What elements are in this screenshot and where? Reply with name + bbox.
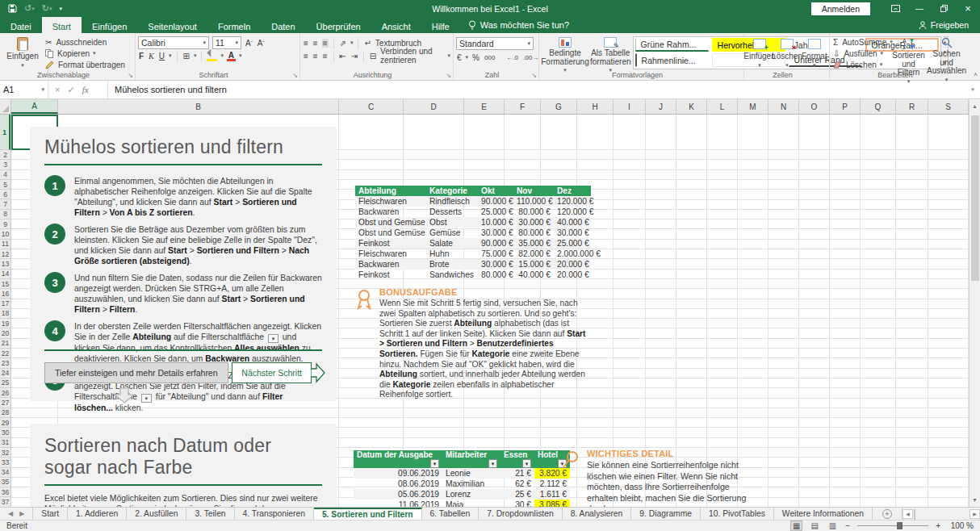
column-header-d[interactable]: D xyxy=(404,99,464,114)
column-header-k[interactable]: K xyxy=(676,99,707,114)
ribbon-tab-daten[interactable]: Daten xyxy=(261,17,305,33)
cell[interactable]: 30.000 € xyxy=(554,228,591,238)
row-header-13[interactable]: 13 xyxy=(0,259,10,269)
filter-button-icon[interactable]: ▼ xyxy=(488,459,497,468)
table-row[interactable]: 11.06.2019Maja30 €3.085 € xyxy=(354,500,570,507)
decrease-indent-icon[interactable]: ⇤ xyxy=(338,52,346,61)
sheet-nav-left-icon[interactable]: ◀ xyxy=(8,510,13,517)
select-all-corner[interactable] xyxy=(0,99,11,114)
sheet-tab-6-tabellen[interactable]: 6. Tabellen xyxy=(422,508,480,520)
column-header-q[interactable]: Q xyxy=(861,99,896,114)
cancel-icon[interactable]: × xyxy=(55,85,60,94)
scroll-up-icon[interactable]: ▲ xyxy=(970,99,980,113)
number-format-select[interactable]: Standard▾ xyxy=(456,37,534,50)
cell-style-chip[interactable]: Rahmenlinie... xyxy=(635,53,709,67)
cut-button[interactable]: ✂Ausschneiden xyxy=(44,37,125,47)
row-header-9[interactable]: 9 xyxy=(0,220,10,229)
merge-center-button[interactable]: Verbinden und zentrieren xyxy=(380,47,444,65)
cell[interactable]: 11.06.2019 xyxy=(354,500,442,507)
align-right-icon[interactable]: ≡ xyxy=(322,52,329,61)
sheet-tab-9-diagramme[interactable]: 9. Diagramme xyxy=(631,508,701,520)
paste-button[interactable]: Einfügen▾ xyxy=(2,36,43,69)
row-header-1[interactable]: 1 xyxy=(0,115,10,150)
cell[interactable]: Rindfleisch xyxy=(426,196,478,207)
cell[interactable]: Backwaren xyxy=(355,207,426,217)
cell[interactable]: 10.000 € xyxy=(478,217,513,228)
cell[interactable]: Leonie xyxy=(442,468,500,479)
sort-filter-button[interactable]: AZ Sortieren und Filtern▾ xyxy=(892,36,925,69)
cell[interactable]: 30 € xyxy=(500,500,534,507)
cell[interactable]: 40.000 € xyxy=(513,270,554,280)
sheet-nav-right-icon[interactable]: ▶ xyxy=(19,510,24,517)
column-header-f[interactable]: F xyxy=(505,99,541,114)
cell[interactable]: 25.000 € xyxy=(554,238,591,249)
column-header-e[interactable]: E xyxy=(464,99,505,114)
row-header-28[interactable]: 28 xyxy=(0,408,10,418)
filter-button-icon[interactable]: ▼ xyxy=(522,459,531,468)
row-header-22[interactable]: 22 xyxy=(0,349,10,358)
table-row[interactable]: FeinkostSalate90.000 €35.000 €25.000 € xyxy=(355,238,591,249)
cell[interactable]: 09.06.2019 xyxy=(354,468,442,479)
expand-formula-bar-icon[interactable]: ▾ xyxy=(965,81,980,98)
column-header-l[interactable]: L xyxy=(707,99,738,114)
bold-button[interactable]: F xyxy=(138,52,144,61)
cell[interactable]: Maja xyxy=(442,500,500,507)
cell[interactable]: 05.06.2019 xyxy=(354,489,442,500)
conditional-formatting-button[interactable]: Bedingte Formatierung▾ xyxy=(542,36,588,69)
cell-style-chip[interactable]: Grüne Rahm... xyxy=(635,38,709,52)
cell[interactable]: 80.000 € xyxy=(513,207,554,217)
underline-button[interactable]: U xyxy=(158,52,165,61)
borders-icon[interactable]: ⊞ xyxy=(182,52,191,61)
sheet-tab-8-analysieren[interactable]: 8. Analysieren xyxy=(563,508,632,520)
page-break-view-icon[interactable]: ▥ xyxy=(827,521,838,530)
sheet-tab-2-ausf-llen[interactable]: 2. Ausfüllen xyxy=(127,508,186,520)
align-left-icon[interactable]: ≡ xyxy=(303,52,309,61)
cell[interactable]: 120.000 € xyxy=(554,196,591,207)
zoom-slider-thumb[interactable] xyxy=(897,522,903,529)
cell[interactable]: 15.000 € xyxy=(513,259,554,270)
ribbon-tab-formeln[interactable]: Formeln xyxy=(207,17,261,33)
sheet-tab-7-dropdownlisten[interactable]: 7. Dropdownlisten xyxy=(479,508,562,520)
row-header-34[interactable]: 34 xyxy=(0,468,10,478)
column-header-g[interactable]: G xyxy=(541,99,577,114)
cell[interactable]: Obst und Gemüse xyxy=(355,228,426,238)
font-size-select[interactable]: 11▾ xyxy=(212,36,241,49)
align-middle-icon[interactable]: ≡ xyxy=(312,39,319,48)
decrease-font-icon[interactable]: Aˇ xyxy=(257,39,266,48)
font-color-icon[interactable]: A xyxy=(227,51,236,61)
row-header-6[interactable]: 6 xyxy=(0,190,10,199)
clear-button[interactable]: Löschen▾ xyxy=(832,60,890,69)
copy-button[interactable]: Kopieren▾ xyxy=(44,48,125,58)
ribbon-tab-datei[interactable]: Datei xyxy=(0,17,42,33)
row-header-30[interactable]: 30 xyxy=(0,428,10,437)
cell[interactable]: 25.000 € xyxy=(478,207,513,217)
cell[interactable]: 30.000 € xyxy=(513,217,554,228)
fill-button[interactable]: ⇩Ausfüllen▾ xyxy=(832,48,890,58)
fill-color-icon[interactable] xyxy=(207,51,217,61)
cell[interactable]: Fleischwaren xyxy=(355,249,426,259)
new-sheet-button[interactable]: + xyxy=(873,508,902,520)
cell[interactable]: 110.000 € xyxy=(513,196,554,207)
cell[interactable]: 2.000.000 € xyxy=(554,249,591,259)
insert-cells-button[interactable]: + Einfügen▾ xyxy=(747,36,773,69)
align-top-icon[interactable]: ≡ xyxy=(303,39,309,48)
column-header-a[interactable]: A xyxy=(11,99,58,114)
row-header-21[interactable]: 21 xyxy=(0,339,10,349)
zoom-slider[interactable] xyxy=(857,525,928,526)
row-header-4[interactable]: 4 xyxy=(0,170,10,180)
cell[interactable]: Feinkost xyxy=(355,270,426,280)
cell[interactable]: Desserts xyxy=(426,207,478,217)
row-header-15[interactable]: 15 xyxy=(0,279,10,289)
cell[interactable]: Huhn xyxy=(426,249,478,259)
insert-function-icon[interactable]: fx xyxy=(82,85,89,94)
row-header-12[interactable]: 12 xyxy=(0,249,10,259)
restore-button[interactable] xyxy=(932,0,956,17)
column-header-filterable[interactable]: Essen▼ xyxy=(500,450,534,468)
close-button[interactable]: × xyxy=(956,0,980,17)
department-table[interactable]: AbteilungKategorieOktNovDezFleischwarenR… xyxy=(355,186,591,280)
page-layout-view-icon[interactable]: ▤ xyxy=(809,521,819,530)
cell[interactable]: 20.000 € xyxy=(554,270,591,280)
zoom-level[interactable]: 100 % xyxy=(948,521,974,530)
sheet-canvas[interactable]: Mühelos sortieren und filtern 1Einmal an… xyxy=(11,115,969,507)
column-header-s[interactable]: S xyxy=(928,99,969,114)
